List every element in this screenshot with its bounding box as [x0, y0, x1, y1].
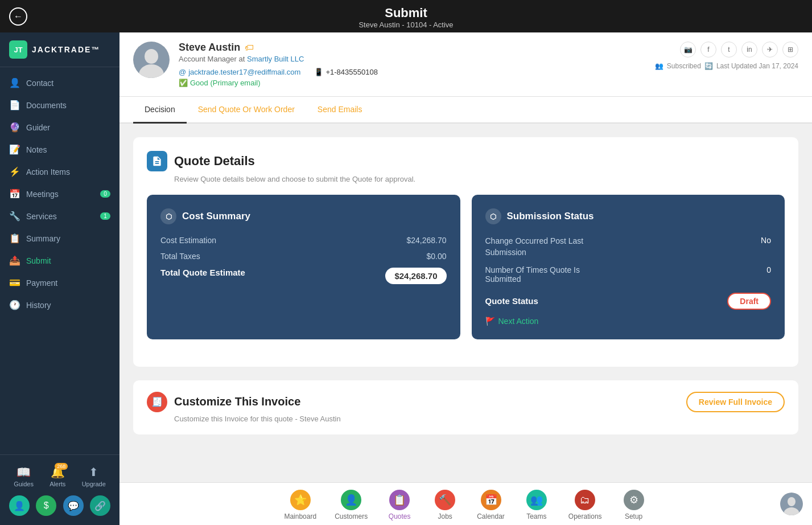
twitter-icon[interactable]: t — [721, 42, 737, 58]
user-avatar[interactable] — [780, 493, 803, 515]
contact-status: ✅ Good (Primary email) — [179, 79, 646, 87]
sidebar-item-documents[interactable]: 📄 Documents — [0, 94, 119, 116]
cost-estimation-label: Cost Estimation — [160, 236, 216, 245]
instagram-icon[interactable]: 📷 — [680, 42, 696, 58]
subscribed-label: Subscribed — [667, 62, 701, 70]
sidebar-item-action-items[interactable]: ⚡ Action Items — [0, 161, 119, 183]
user-icon-chat[interactable]: 💬 — [63, 495, 84, 516]
content-scroll[interactable]: Quote Details Review Quote details below… — [119, 124, 812, 482]
quotes-icon: 📋 — [389, 490, 410, 510]
page-subtitle: Steve Austin - 10104 - Active — [0, 20, 812, 29]
sidebar-item-contact[interactable]: 👤 Contact — [0, 72, 119, 94]
next-action-button[interactable]: 🚩 Next Action — [485, 317, 772, 326]
times-submitted-row: Number Of Times Quote Is Submitted 0 — [485, 265, 772, 284]
quote-status-row: Quote Status Draft — [485, 293, 772, 310]
nav-operations[interactable]: 🗂 Operations — [559, 487, 611, 523]
sidebar-user-icons: 👤 $ 💬 🔗 — [0, 492, 119, 519]
cost-estimation-row: Cost Estimation $24,268.70 — [160, 236, 447, 245]
sidebar-item-meetings[interactable]: 📅 Meetings 0 — [0, 183, 119, 205]
svg-point-1 — [145, 49, 158, 64]
back-button[interactable]: ← — [9, 7, 27, 26]
sidebar-item-notes[interactable]: 📝 Notes — [0, 138, 119, 161]
action-items-icon: ⚡ — [9, 166, 20, 177]
customers-label: Customers — [335, 512, 368, 520]
nav-jobs[interactable]: 🔨 Jobs — [422, 487, 468, 523]
contact-info: Steve Austin 🏷 Account Manager at Smartl… — [179, 42, 646, 87]
user-icon-share[interactable]: 🔗 — [90, 495, 110, 516]
history-icon: 🕐 — [9, 300, 20, 310]
customers-icon: 👤 — [341, 490, 361, 510]
setup-label: Setup — [625, 512, 642, 520]
teams-label: Teams — [526, 512, 546, 520]
sidebar-item-payment[interactable]: 💳 Payment — [0, 272, 119, 294]
user-icon-dollar[interactable]: $ — [36, 495, 56, 516]
sidebar-item-history[interactable]: 🕐 History — [0, 294, 119, 316]
quotes-label: Quotes — [389, 512, 411, 520]
cost-icon: ⬡ — [160, 208, 176, 224]
nav-quotes[interactable]: 📋 Quotes — [377, 487, 422, 523]
meetings-badge: 0 — [100, 190, 110, 198]
contact-email[interactable]: @ jacktrade.tester17@rediffmail.com — [179, 68, 300, 76]
nav-calendar[interactable]: 📅 Calendar — [468, 487, 514, 523]
contact-header: Steve Austin 🏷 Account Manager at Smartl… — [119, 32, 812, 97]
sidebar-nav: 👤 Contact 📄 Documents 🔮 Guider 📝 Notes ⚡… — [0, 67, 119, 454]
draft-badge: Draft — [727, 293, 771, 310]
content-area: Steve Austin 🏷 Account Manager at Smartl… — [119, 32, 812, 525]
sidebar-label-contact: Contact — [26, 79, 53, 88]
facebook-icon[interactable]: f — [700, 42, 716, 58]
notes-icon: 📝 — [9, 144, 20, 155]
invoice-header: 🧾 Customize This Invoice Review Full Inv… — [147, 392, 785, 412]
guides-label: Guides — [14, 481, 34, 487]
total-taxes-label: Total Taxes — [160, 252, 200, 261]
cards-row: ⬡ Cost Summary Cost Estimation $24,268.7… — [147, 195, 785, 339]
sidebar-item-summary[interactable]: 📋 Summary — [0, 227, 119, 249]
submit-icon: 📤 — [9, 255, 20, 266]
tab-send-emails[interactable]: Send Emails — [306, 97, 374, 124]
teams-icon: 👥 — [526, 490, 547, 510]
setup-icon: ⚙ — [624, 490, 644, 510]
review-full-invoice-button[interactable]: Review Full Invoice — [686, 392, 785, 412]
sidebar-label-notes: Notes — [26, 145, 47, 154]
logo-icon: JT — [9, 40, 27, 59]
user-icon-person[interactable]: 👤 — [9, 495, 30, 516]
sidebar-item-services[interactable]: 🔧 Services 1 — [0, 205, 119, 227]
services-badge: 1 — [100, 212, 110, 220]
sidebar-label-summary: Summary — [26, 234, 60, 243]
tab-navigation: Decision Send Quote Or Work Order Send E… — [119, 97, 812, 124]
nav-customers[interactable]: 👤 Customers — [325, 487, 377, 523]
nav-setup[interactable]: ⚙ Setup — [611, 487, 657, 523]
grid-icon[interactable]: ⊞ — [782, 42, 798, 58]
section-header: Quote Details — [147, 151, 785, 171]
upgrade-button[interactable]: ⬆ Upgrade — [82, 465, 106, 487]
sidebar-bottom-icons: 📖 Guides 🔔 268 Alerts ⬆ Upgrade — [0, 461, 119, 492]
at-icon: @ — [179, 68, 186, 76]
contact-phone[interactable]: 📱 +1-8435550108 — [314, 68, 377, 76]
nav-teams[interactable]: 👥 Teams — [514, 487, 559, 523]
tab-send-quote[interactable]: Send Quote Or Work Order — [187, 97, 306, 124]
invoice-icon: 🧾 — [147, 392, 167, 412]
invoice-title-row: 🧾 Customize This Invoice — [147, 392, 300, 412]
sidebar-label-guider: Guider — [26, 123, 50, 132]
linkedin-icon[interactable]: in — [741, 42, 757, 58]
sidebar-item-guider[interactable]: 🔮 Guider — [0, 116, 119, 138]
guides-button[interactable]: 📖 Guides — [14, 465, 34, 487]
quote-details-title: Quote Details — [174, 154, 255, 169]
telegram-icon[interactable]: ✈ — [762, 42, 778, 58]
invoice-section: 🧾 Customize This Invoice Review Full Inv… — [133, 380, 798, 434]
cost-summary-card: ⬡ Cost Summary Cost Estimation $24,268.7… — [147, 195, 460, 339]
sidebar-label-history: History — [26, 301, 51, 310]
submission-status-card: ⬡ Submission Status Change Occurred Post… — [472, 195, 785, 339]
alerts-button[interactable]: 🔔 268 Alerts — [50, 465, 65, 487]
sidebar-item-submit[interactable]: 📤 Submit — [0, 249, 119, 272]
times-submitted-value: 0 — [766, 265, 771, 284]
status-icon: ⬡ — [485, 208, 501, 224]
calendar-icon: 📅 — [481, 490, 501, 510]
contact-company: Smartly Built LLC — [247, 55, 304, 63]
documents-icon: 📄 — [9, 100, 20, 110]
contact-title: Account Manager at Smartly Built LLC — [179, 55, 646, 63]
tab-decision[interactable]: Decision — [133, 97, 187, 124]
nav-mainboard[interactable]: ⭐ Mainboard — [275, 487, 325, 523]
contact-edit-icon[interactable]: 🏷 — [245, 43, 254, 53]
refresh-icon: 🔄 — [704, 62, 713, 70]
guides-icon: 📖 — [17, 465, 31, 479]
